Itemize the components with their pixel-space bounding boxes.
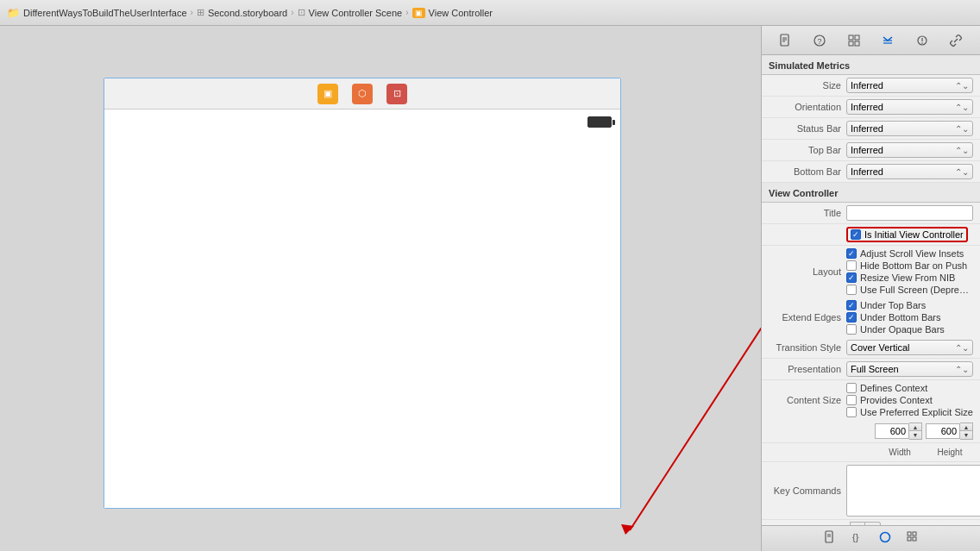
breadcrumb-sep-1: › (191, 8, 193, 17)
resize-view-checkbox[interactable]: ✓ (846, 272, 857, 283)
top-bar-label: Top Bar (769, 145, 846, 155)
breadcrumb-bar: 📁 DifferentWaysToBuildTheUserInterface ›… (0, 0, 980, 26)
under-opaque-bars-checkbox[interactable] (846, 324, 857, 335)
bottom-bar-label: Bottom Bar (769, 166, 846, 177)
height-stepper[interactable]: ▲ ▼ (960, 423, 973, 440)
use-preferred-label: Use Preferred Explicit Size (860, 407, 973, 417)
top-bar-select[interactable]: Inferred ⌃⌄ (846, 142, 973, 158)
initial-vc-checkbox[interactable]: ✓ (851, 229, 861, 240)
storyboard-icon: ⊞ (197, 7, 204, 18)
height-label: Height (927, 448, 973, 457)
battery-indicator (587, 116, 612, 128)
defines-context-label: Defines Context (860, 383, 927, 393)
toolbar-btn-exit[interactable]: ⊡ (386, 84, 407, 104)
status-bar-value: Inferred (851, 123, 883, 134)
orientation-select[interactable]: Inferred ⌃⌄ (846, 99, 973, 115)
bottom-bar-value: Inferred (851, 166, 883, 177)
full-screen-checkbox[interactable] (846, 285, 857, 295)
scene-icon: ⊡ (298, 7, 305, 18)
size-control[interactable]: Inferred ⌃⌄ (846, 78, 973, 93)
provides-context-checkbox[interactable] (846, 395, 857, 405)
panel-attributes-icon[interactable] (879, 32, 896, 49)
under-opaque-bars-label: Under Opaque Bars (860, 324, 945, 335)
initial-vc-label: Is Initial View Controller (864, 229, 964, 240)
height-spinner[interactable]: ▲ ▼ (926, 423, 973, 440)
breadcrumb-label-2: Second.storyboard (208, 8, 287, 18)
adjust-scroll-checkbox[interactable]: ✓ (846, 248, 857, 259)
defines-context-checkbox[interactable] (846, 383, 857, 393)
canvas-area[interactable]: ▣ ⬡ ⊡ (0, 26, 761, 551)
presentation-control[interactable]: Full Screen ⌃⌄ (846, 361, 973, 377)
toolbar-btn-first[interactable]: ⬡ (352, 84, 373, 104)
initial-vc-control[interactable]: ✓ Is Initial View Controller (846, 227, 973, 242)
extend-edges-label: Extend Edges (769, 312, 846, 322)
presentation-label: Presentation (769, 364, 846, 374)
key-commands-control (846, 465, 980, 517)
wh-labels: Width Height (876, 448, 973, 457)
bottom-bar-select-arrow: ⌃⌄ (955, 167, 969, 177)
full-screen-label: Use Full Screen (Depre… (860, 285, 969, 295)
vc-scene[interactable]: ▣ ⬡ ⊡ (104, 78, 621, 509)
height-input[interactable] (926, 423, 960, 439)
top-bar-control[interactable]: Inferred ⌃⌄ (846, 142, 973, 158)
bottom-bar-control[interactable]: Inferred ⌃⌄ (846, 164, 973, 179)
breadcrumb-item-2[interactable]: ⊞ Second.storyboard (197, 7, 287, 18)
panel-link-icon[interactable] (947, 32, 964, 49)
height-up-btn[interactable]: ▲ (960, 423, 972, 431)
key-commands-textarea[interactable] (846, 465, 980, 517)
extend-edges-row: Extend Edges ✓ Under Top Bars ✓ Under Bo… (762, 297, 980, 337)
width-down-btn[interactable]: ▼ (909, 431, 921, 439)
use-preferred-checkbox[interactable] (846, 407, 857, 417)
under-bottom-bars-checkbox[interactable]: ✓ (846, 312, 857, 322)
breadcrumb-item-3[interactable]: ⊡ View Controller Scene (298, 7, 403, 18)
width-up-btn[interactable]: ▲ (909, 423, 921, 431)
transition-style-control[interactable]: Cover Vertical ⌃⌄ (846, 340, 973, 355)
layout-cb-2: Hide Bottom Bar on Push (846, 260, 973, 272)
simulated-metrics-header: Simulated Metrics (762, 55, 980, 75)
vc-title-input[interactable] (846, 205, 973, 221)
layout-checkboxes: ✓ Adjust Scroll View Insets Hide Bottom … (846, 247, 973, 296)
vc-title-control[interactable] (846, 205, 973, 221)
height-down-btn[interactable]: ▼ (960, 431, 972, 439)
layout-cb-4: Use Full Screen (Depre… (846, 284, 973, 296)
attributes-panel: Simulated Metrics Size Inferred ⌃⌄ Orien… (762, 55, 980, 525)
toolbar-btn-vc[interactable]: ▣ (317, 84, 338, 104)
bottom-file-icon[interactable] (823, 530, 837, 547)
size-row: Size Inferred ⌃⌄ (762, 75, 980, 97)
transition-style-select[interactable]: Cover Vertical ⌃⌄ (846, 340, 973, 355)
first-responder-icon: ⬡ (358, 88, 367, 99)
orientation-control[interactable]: Inferred ⌃⌄ (846, 99, 973, 115)
bottom-circle-icon[interactable] (878, 530, 892, 547)
under-top-bars-label: Under Top Bars (860, 300, 926, 310)
transition-style-value: Cover Vertical (851, 342, 909, 353)
status-bar-control[interactable]: Inferred ⌃⌄ (846, 121, 973, 136)
status-bar-select[interactable]: Inferred ⌃⌄ (846, 121, 973, 136)
panel-help-icon[interactable]: ? (811, 32, 828, 49)
breadcrumb-item-4[interactable]: ▣ View Controller (412, 8, 493, 18)
under-bottom-bars-label: Under Bottom Bars (860, 312, 941, 322)
panel-file-icon[interactable] (777, 32, 795, 49)
vc-toolbar-icon: ▣ (324, 88, 332, 99)
presentation-select[interactable]: Full Screen ⌃⌄ (846, 361, 973, 377)
panel-grid-icon[interactable] (845, 32, 863, 49)
bottom-braces-icon[interactable]: {} (851, 530, 864, 547)
width-label: Width (876, 448, 923, 457)
exit-icon: ⊡ (393, 88, 401, 99)
extend-edges-checkboxes: ✓ Under Top Bars ✓ Under Bottom Bars Und… (846, 299, 973, 335)
breadcrumb-item-1[interactable]: 📁 DifferentWaysToBuildTheUserInterface (7, 7, 187, 19)
view-controller-header: View Controller (762, 183, 980, 203)
initial-vc-checkbox-group[interactable]: ✓ Is Initial View Controller (846, 227, 968, 242)
width-input[interactable] (875, 423, 909, 439)
size-select[interactable]: Inferred ⌃⌄ (846, 78, 973, 93)
extend-cb-3: Under Opaque Bars (846, 323, 973, 335)
hide-bottom-bar-checkbox[interactable] (846, 260, 857, 271)
bottom-bar-select[interactable]: Inferred ⌃⌄ (846, 164, 973, 179)
panel-inspector-icon[interactable] (914, 32, 931, 49)
vc-title-label: Title (769, 208, 846, 218)
width-spinner[interactable]: ▲ ▼ (875, 423, 922, 440)
under-top-bars-checkbox[interactable]: ✓ (846, 300, 857, 310)
svg-line-0 (630, 225, 761, 530)
width-stepper[interactable]: ▲ ▼ (909, 423, 922, 440)
bottom-grid-icon[interactable] (906, 530, 920, 547)
storyboard-canvas[interactable]: ▣ ⬡ ⊡ (95, 69, 630, 526)
